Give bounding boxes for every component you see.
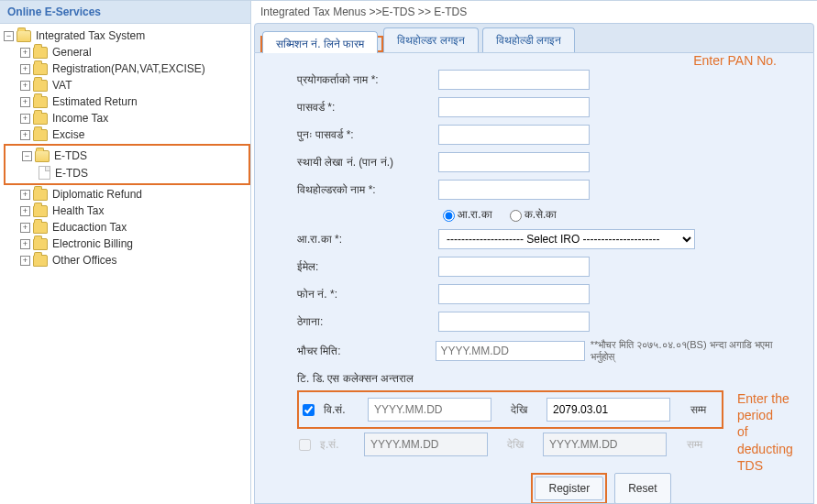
label-voucher: भौचर मिति: [297, 345, 436, 357]
input-password[interactable] [438, 97, 590, 117]
expand-icon[interactable] [20, 239, 30, 249]
label-to-ad: सम्म [674, 438, 714, 451]
label-password: पासवर्ड *: [297, 101, 438, 114]
label-pan: स्थायी लेखा नं. (पान नं.) [297, 156, 438, 169]
input-email[interactable] [438, 257, 590, 277]
register-button[interactable]: Register [535, 477, 603, 500]
tree-item-vat[interactable]: VAT [4, 77, 250, 93]
tree-item-electronic-billing[interactable]: Electronic Billing [4, 236, 250, 252]
annotation-period: Enter the period of deducting TDS [737, 390, 795, 474]
radio-iro[interactable]: आ.रा.का [438, 207, 492, 222]
tree-item-general[interactable]: General [4, 44, 250, 60]
document-icon [39, 166, 50, 180]
folder-icon [33, 113, 48, 125]
input-voucher-date[interactable] [436, 341, 584, 361]
tree-label: Electronic Billing [52, 237, 133, 250]
label-bs: वि.सं. [324, 403, 360, 416]
input-pan[interactable] [438, 152, 590, 172]
annotation-pan: Enter PAN No. [693, 53, 777, 68]
tree-item-registration[interactable]: Registration(PAN,VAT,EXCISE) [4, 60, 250, 77]
input-address[interactable] [438, 312, 590, 332]
tree-label: Health Tax [52, 204, 104, 217]
label-withholder: विथहोल्डरको नाम *: [297, 183, 438, 196]
checkbox-bs[interactable] [303, 404, 315, 416]
folder-icon [33, 63, 48, 75]
tree-label: Other Offices [52, 254, 116, 267]
radio-tso[interactable]: क.से.का [505, 207, 558, 222]
tab-submission-form[interactable]: सब्मिशन नं. लिने फारम [262, 31, 378, 56]
radio-iro-label: आ.रा.का [458, 208, 492, 221]
period-section: Enter the period of deducting TDS वि.सं.… [297, 390, 795, 460]
tree-label: Diplomatic Refund [52, 188, 142, 201]
tree-item-diplomatic[interactable]: Diplomatic Refund [4, 186, 250, 203]
expand-icon[interactable] [20, 114, 30, 124]
folder-icon [33, 255, 48, 267]
expand-icon[interactable] [20, 97, 30, 107]
input-withholder[interactable] [438, 180, 590, 200]
radio-tso-label: क.से.का [524, 208, 558, 221]
expand-icon[interactable] [20, 64, 30, 74]
tree-item-etds[interactable]: E-TDS [6, 148, 248, 164]
tree-item-education-tax[interactable]: Educaction Tax [4, 219, 250, 236]
reset-button[interactable]: Reset [614, 473, 670, 504]
register-highlight-box: Register [531, 473, 607, 504]
radio-iro-input[interactable] [443, 210, 455, 222]
tree-item-excise[interactable]: Excise [4, 126, 250, 143]
navigation-tree: Integrated Tax System General Registrati… [0, 24, 250, 272]
tree-root-label: Integrated Tax System [36, 29, 145, 42]
sidebar: Online E-Services Integrated Tax System … [0, 1, 251, 504]
label-email: ईमेल: [297, 260, 438, 273]
tree-item-health-tax[interactable]: Health Tax [4, 203, 250, 219]
expand-icon[interactable] [20, 81, 30, 91]
tree-label: Educaction Tax [52, 221, 127, 234]
input-bs-to[interactable] [547, 398, 670, 422]
folder-icon [17, 30, 31, 42]
select-iro[interactable]: --------------------- Select IRO -------… [438, 229, 695, 249]
expand-icon[interactable] [20, 256, 30, 266]
sidebar-header: Online E-Services [0, 1, 250, 24]
input-bs-from[interactable] [368, 398, 491, 422]
label-phone: फोन नं. *: [297, 288, 438, 301]
tab-withholdee-login[interactable]: विथहोल्डी लगइन [482, 27, 575, 52]
folder-icon [33, 129, 48, 141]
radio-tso-input[interactable] [510, 210, 522, 222]
tree-item-etds-child[interactable]: E-TDS [6, 164, 248, 181]
collapse-icon[interactable] [4, 31, 14, 41]
checkbox-ad [299, 439, 311, 451]
voucher-note: **भौचर मिति २०७५.०४.०१(BS) भन्दा अगाडि भ… [591, 339, 795, 363]
folder-icon [33, 80, 48, 92]
input-phone[interactable] [438, 284, 590, 304]
tree-item-other-offices[interactable]: Other Offices [4, 252, 250, 268]
input-repassword[interactable] [438, 125, 590, 145]
expand-icon[interactable] [20, 206, 30, 216]
breadcrumb: Integrated Tax Menus >>E-TDS >> E-TDS [251, 1, 817, 23]
label-username: प्रयोगकर्ताको नाम *: [297, 73, 438, 86]
tree-item-income-tax[interactable]: Income Tax [4, 110, 250, 126]
expand-icon[interactable] [20, 190, 30, 200]
tab-bar: सब्मिशन नं. लिने फारम विथहोल्डर लगइन विथ… [254, 23, 814, 53]
folder-icon [35, 150, 50, 162]
annotation-period-line2: of deducting TDS [737, 423, 795, 474]
annotation-period-line1: Enter the period [737, 390, 795, 423]
expand-icon[interactable] [20, 48, 30, 58]
form-area: Enter PAN No. प्रयोगकर्ताको नाम *: पासवर… [254, 53, 814, 504]
etds-highlight-box: E-TDS E-TDS [4, 144, 250, 185]
label-ad: इ.सं. [320, 438, 357, 451]
period-highlight-box: वि.सं. देखि सम्म [297, 390, 723, 429]
label-from: देखि [499, 403, 539, 416]
tree-root[interactable]: Integrated Tax System [4, 27, 250, 44]
collapse-icon[interactable] [22, 151, 32, 161]
label-to: सम्म [678, 403, 718, 416]
folder-icon [33, 222, 48, 234]
tree-label: General [52, 46, 92, 59]
input-username[interactable] [438, 70, 590, 90]
expand-icon[interactable] [20, 223, 30, 233]
tree-label: Income Tax [52, 112, 108, 125]
main-content: Integrated Tax Menus >>E-TDS >> E-TDS सब… [251, 1, 817, 504]
tab-withholder-login[interactable]: विथहोल्डर लगइन [383, 27, 478, 52]
tree-item-estimated-return[interactable]: Estimated Return [4, 93, 250, 110]
expand-icon[interactable] [20, 130, 30, 140]
tree-label: E-TDS [55, 167, 88, 180]
tree-label: VAT [52, 79, 72, 92]
tree-label: Excise [52, 128, 84, 141]
